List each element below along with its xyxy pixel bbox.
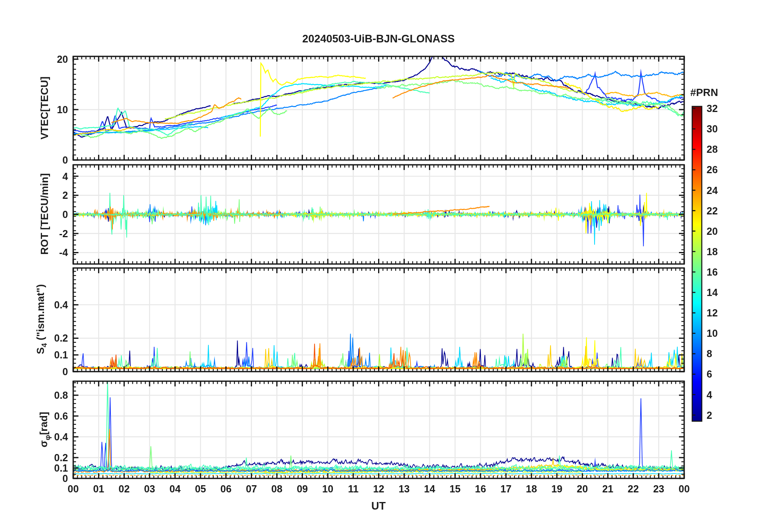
xlabel-ut: UT (371, 500, 386, 512)
colorbar-tick-label: 4 (707, 389, 712, 400)
y-tick-label: 0.6 (36, 410, 68, 422)
colorbar-tick-label: 26 (707, 164, 718, 176)
colorbar-tick-label: 10 (707, 328, 718, 339)
y-tick-label: 0.2 (36, 452, 68, 464)
x-tick-label: 00 (668, 483, 700, 495)
y-tick-label: 0 (36, 473, 68, 484)
y-tick-label: 0.8 (36, 390, 68, 401)
chart-title: 20240503-UiB-BJN-GLONASS (302, 33, 455, 45)
colorbar-tick-label: 24 (707, 184, 718, 196)
figure-canvas (0, 0, 761, 532)
figure: 20240503-UiB-BJN-GLONASS VTEC[TECU] ROT … (0, 0, 761, 532)
colorbar-tick-label: 8 (707, 348, 712, 360)
colorbar-title: #PRN (690, 86, 718, 99)
y-tick-label: 20 (36, 53, 68, 65)
y-tick-label: 0 (36, 154, 68, 166)
y-tick-label: 10 (36, 104, 68, 115)
colorbar-tick-label: 16 (707, 266, 718, 278)
colorbar-tick-label: 30 (707, 123, 718, 135)
y-tick-label: 0.4 (36, 299, 68, 310)
colorbar-tick-label: 32 (707, 103, 718, 114)
colorbar-tick-label: 28 (707, 144, 718, 155)
y-tick-label: -4 (36, 247, 68, 258)
colorbar-tick-label: 14 (707, 287, 718, 298)
y-tick-label: 0.1 (36, 349, 68, 361)
colorbar-tick-label: 6 (707, 368, 712, 380)
colorbar-tick-label: 18 (707, 246, 718, 257)
colorbar-tick-label: 2 (707, 409, 712, 421)
y-tick-label: 2 (36, 190, 68, 201)
y-tick-label: 4 (36, 170, 68, 182)
colorbar-tick-label: 22 (707, 205, 718, 216)
y-tick-label: 0.1 (36, 462, 68, 474)
y-tick-label: 0 (36, 209, 68, 220)
colorbar-tick-label: 20 (707, 225, 718, 237)
y-tick-label: -2 (36, 228, 68, 239)
y-tick-label: 0.4 (36, 431, 68, 443)
y-tick-label: 0.2 (36, 332, 68, 344)
y-tick-label: 0 (36, 366, 68, 378)
colorbar-tick-label: 12 (707, 307, 718, 319)
